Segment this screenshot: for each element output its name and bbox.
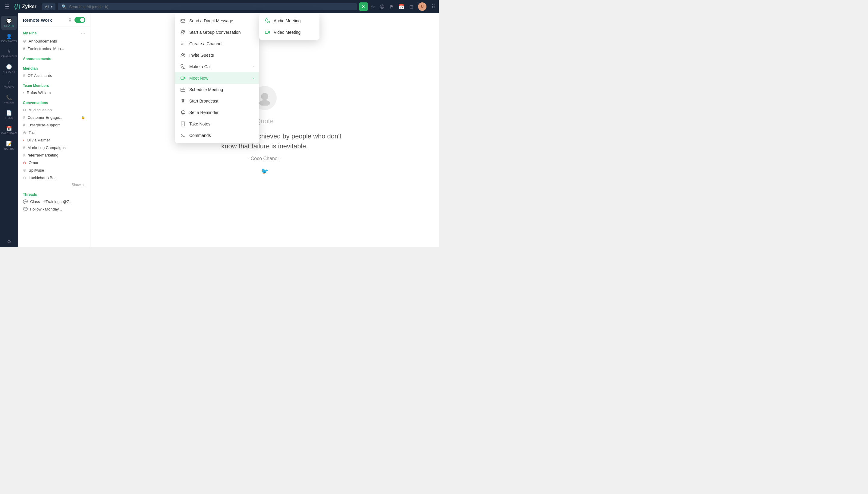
workspace-header: Remote Work 🖥: [18, 13, 90, 27]
search-input[interactable]: [69, 4, 353, 9]
dropdown-item-make-call[interactable]: Make a Call ›: [175, 61, 259, 72]
list-item[interactable]: ⊙ Lucidcharts Bot: [18, 174, 90, 182]
star-icon[interactable]: ☆: [371, 4, 375, 10]
list-item[interactable]: # Marketing Campaigns: [18, 144, 90, 151]
close-search-button[interactable]: ✕: [359, 2, 368, 11]
search-filter[interactable]: All ▾: [42, 3, 56, 10]
list-item[interactable]: # Enterprise-support: [18, 121, 90, 129]
nav-item-calendar[interactable]: 📅 CALENDAR: [1, 123, 17, 137]
list-item[interactable]: ⊙ Announcements: [18, 37, 90, 45]
dropdown-item-start-group[interactable]: Start a Group Conversation: [175, 26, 259, 38]
logo-icon: ⟨/⟩: [14, 3, 20, 10]
menu-icon[interactable]: ☰: [4, 2, 11, 11]
files-icon: 📄: [6, 110, 12, 116]
list-item[interactable]: # referral-marketing: [18, 151, 90, 159]
dropdown-item-set-reminder[interactable]: Set a Reminder: [175, 107, 259, 118]
filter-arrow-icon: ▾: [51, 5, 53, 8]
dropdown-item-schedule-meeting[interactable]: Schedule Meeting: [175, 84, 259, 95]
flag-icon[interactable]: ⚑: [389, 4, 394, 10]
status-toggle[interactable]: [75, 17, 85, 23]
nav-item-tasks[interactable]: ✓ TASKS: [1, 77, 17, 91]
svg-point-1: [259, 100, 270, 106]
contacts-icon: 👤: [6, 34, 12, 39]
mypins-more-icon[interactable]: ···: [81, 30, 85, 36]
dropdown-item-label: Meet Now: [189, 76, 208, 80]
dropdown-item-invite-guests[interactable]: Invite Guests: [175, 50, 259, 61]
dropdown-item-create-channel[interactable]: # Create a Channel: [175, 38, 259, 50]
dropdown-item-take-notes[interactable]: Take Notes: [175, 118, 259, 130]
sidebar-item-label: Enterprise-support: [27, 123, 60, 127]
nav-item-chats[interactable]: 💬 CHATS: [1, 16, 17, 30]
nav-item-notes[interactable]: 📝 NOTES: [1, 138, 17, 153]
meridian-section: Meridian # OT-Assistants: [18, 63, 90, 80]
threads-section: Threads 💬 Class - #Training : @Z... 💬 Fo…: [18, 189, 90, 214]
sidebar-item-label: Lucidcharts Bot: [28, 175, 56, 180]
nav-label-channels: CHANNELS: [1, 55, 17, 58]
taz-icon: ⊙: [23, 130, 26, 135]
list-item[interactable]: ⊙ Omar: [18, 159, 90, 167]
list-item[interactable]: ⊙ AI discussion: [18, 106, 90, 114]
meet-now-arrow-icon: ›: [253, 76, 254, 80]
tasks-icon: ✓: [7, 79, 11, 85]
submenu-item-video-meeting[interactable]: Video Meeting: [259, 26, 319, 38]
dropdown-item-send-direct[interactable]: Send a Direct Message: [175, 15, 259, 26]
nav-item-phone[interactable]: 📞 PHONE: [1, 92, 17, 107]
show-all-button[interactable]: Show all: [18, 182, 90, 188]
nav-item-files[interactable]: 📄 FILES: [1, 108, 17, 122]
list-item[interactable]: # Customer Engage... 🔒: [18, 114, 90, 121]
conversations-title: Conversations: [23, 101, 48, 105]
list-item[interactable]: 💬 Class - #Training : @Z...: [18, 198, 90, 205]
screen-icon[interactable]: ⊡: [409, 4, 413, 10]
list-item[interactable]: ⊙ Taz: [18, 129, 90, 136]
list-item[interactable]: ● Rufus William: [18, 89, 90, 96]
commands-icon: [180, 133, 186, 138]
calendar-icon[interactable]: 📅: [398, 4, 405, 10]
workspace-icons: 🖥: [68, 17, 85, 23]
quote-author: - Coco Chanel -: [186, 156, 343, 162]
list-item[interactable]: # Zoelectronics- Mon...: [18, 45, 90, 53]
list-item[interactable]: ● Olivia Palmer: [18, 136, 90, 144]
conversations-section: Conversations ⊙ AI discussion # Customer…: [18, 98, 90, 189]
referral-icon: #: [23, 153, 25, 157]
sidebar-item-label: Announcements: [28, 39, 57, 43]
chats-icon: 💬: [6, 18, 12, 24]
nav-item-contacts[interactable]: 👤 CONTACTS: [1, 31, 17, 45]
threads-title: Threads: [23, 192, 37, 197]
sidebar-item-label: AI discussion: [28, 108, 52, 112]
dropdown-item-meet-now[interactable]: Meet Now ›: [175, 72, 259, 84]
user-avatar[interactable]: U: [418, 2, 427, 11]
grid-icon[interactable]: ⠿: [431, 3, 435, 10]
svg-point-0: [261, 93, 268, 100]
twitter-icon[interactable]: 🐦: [261, 168, 269, 174]
meet-now-submenu: Audio Meeting Video Meeting: [259, 13, 319, 40]
meet-now-icon: [180, 75, 186, 81]
list-item[interactable]: 💬 Follow - Monday...: [18, 205, 90, 213]
svg-point-4: [183, 31, 185, 32]
monitor-icon[interactable]: 🖥: [68, 18, 72, 22]
threads-header: Threads: [18, 191, 90, 198]
settings-icon[interactable]: ⚙: [4, 237, 14, 247]
set-reminder-icon: [180, 110, 186, 115]
dropdown-item-label: Create a Channel: [189, 41, 222, 46]
mention-icon[interactable]: @: [380, 4, 384, 10]
omar-icon: ⊙: [23, 160, 26, 165]
dropdown-item-commands[interactable]: Commands: [175, 130, 259, 141]
list-item[interactable]: ⊙ Splitwise: [18, 167, 90, 174]
nav-item-channels[interactable]: # CHANNELS: [1, 46, 17, 60]
dropdown-item-label: Schedule Meeting: [189, 87, 223, 92]
nav-item-history[interactable]: 🕐 HISTORY: [1, 61, 17, 76]
splitwise-icon: ⊙: [23, 168, 26, 172]
svg-rect-7: [181, 77, 184, 79]
submenu-item-label: Audio Meeting: [274, 18, 301, 23]
sidebar-item-label: referral-marketing: [27, 153, 58, 157]
search-icon: 🔍: [61, 4, 66, 9]
search-area: All ▾ 🔍 ✕: [42, 2, 368, 11]
sidebar-item-label: Splitwise: [28, 168, 44, 172]
dropdown-item-label: Make a Call: [189, 64, 212, 69]
sidebar-item-label: Marketing Campaigns: [27, 145, 65, 150]
submenu-item-audio-meeting[interactable]: Audio Meeting: [259, 15, 319, 26]
dropdown-item-label: Start a Group Conversation: [189, 30, 240, 35]
meridian-header: Meridian: [18, 64, 90, 72]
dropdown-item-start-broadcast[interactable]: Start Broadcast: [175, 95, 259, 107]
list-item[interactable]: # OT-Assistants: [18, 72, 90, 79]
